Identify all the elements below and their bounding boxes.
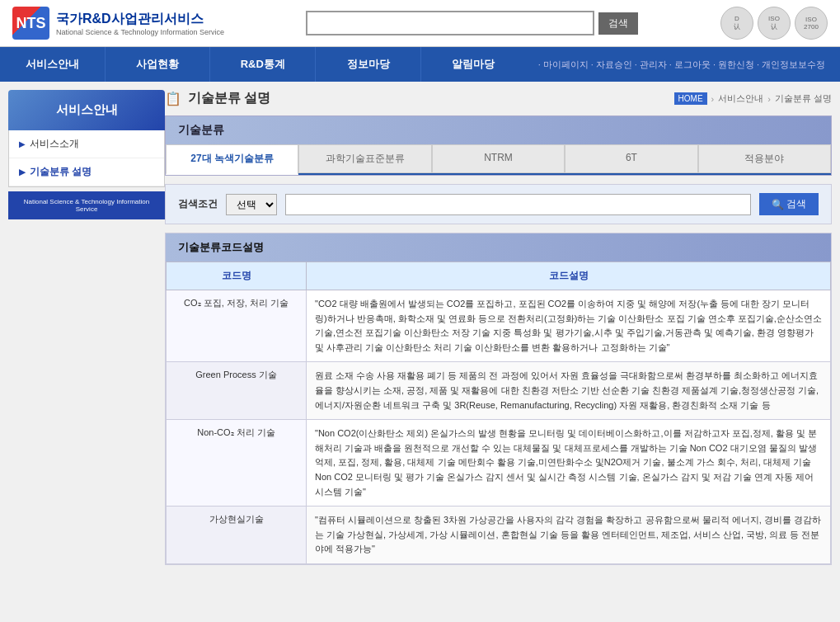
breadcrumb-services: 서비스안내	[718, 92, 763, 105]
sidebar-item-intro[interactable]: ▶ 서비스소개	[9, 130, 164, 158]
code-desc-vr: "컴퓨터 시뮬레이션으로 창출된 3차원 가상공간을 사용자의 감각 경험을 확…	[307, 507, 831, 564]
table-section: 기술분류코드설명 코드명 코드설명 CO₂ 포집, 저장, 처리 기술 "CO2…	[165, 233, 832, 565]
col-codedesc-header: 코드설명	[307, 262, 831, 290]
nav-admin-link[interactable]: 관리자	[640, 59, 667, 71]
nav-logout-link[interactable]: 로그아웃	[674, 59, 711, 71]
tabs-container: 27대 녹색기술분류 과학기술표준분류 NTRM 6T 적용분야	[166, 144, 831, 175]
tabs-section-header: 기술분류	[166, 116, 831, 144]
nav-mypage-link[interactable]: 마이페이지	[543, 59, 589, 71]
nav-privacy-link[interactable]: 개인정보보수정	[762, 59, 825, 71]
tab-application[interactable]: 적용분야	[698, 144, 831, 173]
header-search-button[interactable]: 검색	[598, 12, 638, 35]
search-label: 검색조건	[178, 197, 218, 211]
sidebar-menu: ▶ 서비스소개 ▶ 기술분류 설명	[8, 130, 165, 187]
page-title: 📋 기술분류 설명	[165, 90, 270, 107]
nav-items: 서비스안내 사업현황 R&D통계 정보마당 알림마당	[0, 47, 526, 82]
tab-ntrm[interactable]: NTRM	[432, 144, 565, 173]
page-header: 📋 기술분류 설명 HOME › 서비스안내 › 기술분류 설명	[165, 90, 832, 107]
breadcrumb-current: 기술분류 설명	[775, 92, 832, 105]
nav-item-rnd[interactable]: R&D통계	[210, 47, 316, 82]
tab-6t[interactable]: 6T	[565, 144, 697, 173]
code-name-co2: CO₂ 포집, 저장, 처리 기술	[167, 290, 307, 362]
logo-text: 국가R&D사업관리서비스 National Science & Technolo…	[56, 11, 224, 36]
search-go-label: 검색	[786, 197, 806, 211]
page-title-icon: 📋	[165, 91, 181, 106]
logo-subtitle: National Science & Technology Informatio…	[56, 28, 224, 36]
header: NTS 국가R&D사업관리서비스 National Science & Tech…	[0, 0, 840, 47]
breadcrumb-home: HOME	[674, 92, 707, 105]
logo-title: 국가R&D사업관리서비스	[56, 11, 224, 28]
sidebar-item-techclass-label: 기술분류 설명	[30, 165, 92, 179]
sidebar-bottom-logo: National Science & Technology Informatio…	[8, 191, 165, 219]
code-desc-nonco2: "Non CO2(이산화탄소 제외) 온실가스의 발생 현황을 모니터링 및 데…	[307, 420, 831, 507]
nav-right-links: · 마이페이지 · 자료승인 · 관리자 · 로그아웃 · 원한신청 · 개인정…	[526, 59, 840, 71]
logo-icon: NTS	[12, 7, 49, 40]
search-bar: 검색조건 선택 🔍 검색	[165, 184, 832, 224]
nav-apply-link[interactable]: 원한신청	[718, 59, 754, 71]
logo-area: NTS 국가R&D사업관리서비스 National Science & Tech…	[12, 7, 224, 40]
page-title-text: 기술분류 설명	[188, 90, 270, 107]
table-row: 가상현실기술 "컴퓨터 시뮬레이션으로 창출된 3차원 가상공간을 사용자의 감…	[167, 507, 831, 564]
main-container: 서비스안내 ▶ 서비스소개 ▶ 기술분류 설명 National Science…	[0, 82, 840, 573]
table-row: Green Process 기술 원료 소재 수송 사용 재활용 폐기 등 제품…	[167, 362, 831, 420]
code-desc-co2: "CO2 대량 배출원에서 발생되는 CO2를 포집하고, 포집된 CO2를 이…	[307, 290, 831, 362]
nav-approval-link[interactable]: 자료승인	[596, 59, 632, 71]
sidebar-item-techclass[interactable]: ▶ 기술분류 설명	[9, 158, 164, 186]
code-name-nonco2: Non-CO₂ 처리 기술	[167, 420, 307, 507]
nav-item-services[interactable]: 서비스안내	[0, 47, 106, 82]
tab-green-tech[interactable]: 27대 녹색기술분류	[166, 144, 298, 175]
sidebar-item-intro-label: 서비스소개	[30, 137, 79, 151]
sidebar-arrow-active-icon: ▶	[19, 167, 26, 177]
table-section-header: 기술분류코드설명	[166, 233, 831, 262]
breadcrumb: HOME › 서비스안내 › 기술분류 설명	[674, 92, 832, 105]
code-name-greenprocess: Green Process 기술	[167, 362, 307, 420]
code-table: 코드명 코드설명 CO₂ 포집, 저장, 처리 기술 "CO2 대량 배출원에서…	[166, 262, 831, 564]
code-desc-greenprocess: 원료 소재 수송 사용 재활용 폐기 등 제품의 전 과정에 있어서 자원 효율…	[307, 362, 831, 420]
table-row: Non-CO₂ 처리 기술 "Non CO2(이산화탄소 제외) 온실가스의 발…	[167, 420, 831, 507]
header-search-area: 검색	[306, 11, 638, 35]
cert-icons: D认 ISO认 ISO2700	[720, 7, 828, 40]
col-codename-header: 코드명	[167, 262, 307, 290]
search-go-icon: 🔍	[772, 199, 784, 210]
nav-item-business[interactable]: 사업현황	[106, 47, 211, 82]
search-go-button[interactable]: 🔍 검색	[759, 193, 819, 215]
code-name-vr: 가상현실기술	[167, 507, 307, 564]
sidebar: 서비스안내 ▶ 서비스소개 ▶ 기술분류 설명 National Science…	[8, 90, 165, 565]
tabs-section: 기술분류 27대 녹색기술분류 과학기술표준분류 NTRM 6T 적용분야	[165, 115, 832, 176]
cert-icon-2: ISO认	[758, 7, 791, 40]
cert-icon-3: ISO2700	[795, 7, 828, 40]
nav-item-notice[interactable]: 알림마당	[421, 47, 526, 82]
table-row: CO₂ 포집, 저장, 처리 기술 "CO2 대량 배출원에서 발생되는 CO2…	[167, 290, 831, 362]
search-condition-select[interactable]: 선택	[226, 194, 277, 215]
sidebar-arrow-icon: ▶	[19, 139, 26, 148]
table-body: CO₂ 포집, 저장, 처리 기술 "CO2 대량 배출원에서 발생되는 CO2…	[167, 290, 831, 564]
tab-science[interactable]: 과학기술표준분류	[298, 144, 431, 173]
nav-item-info[interactable]: 정보마당	[316, 47, 421, 82]
table-header-row: 코드명 코드설명	[167, 262, 831, 290]
main-nav: 서비스안내 사업현황 R&D통계 정보마당 알림마당 · 마이페이지 · 자료승…	[0, 47, 840, 82]
search-text-input[interactable]	[285, 194, 751, 215]
sidebar-bottom-text: National Science & Technology Informatio…	[24, 198, 149, 213]
content-area: 📋 기술분류 설명 HOME › 서비스안내 › 기술분류 설명 기술분류 27…	[165, 90, 832, 565]
breadcrumb-sep-1: ›	[711, 94, 715, 104]
sidebar-header: 서비스안내	[8, 90, 165, 130]
header-search-input[interactable]	[306, 11, 594, 35]
cert-icon-1: D认	[720, 7, 753, 40]
breadcrumb-sep-2: ›	[767, 94, 771, 104]
